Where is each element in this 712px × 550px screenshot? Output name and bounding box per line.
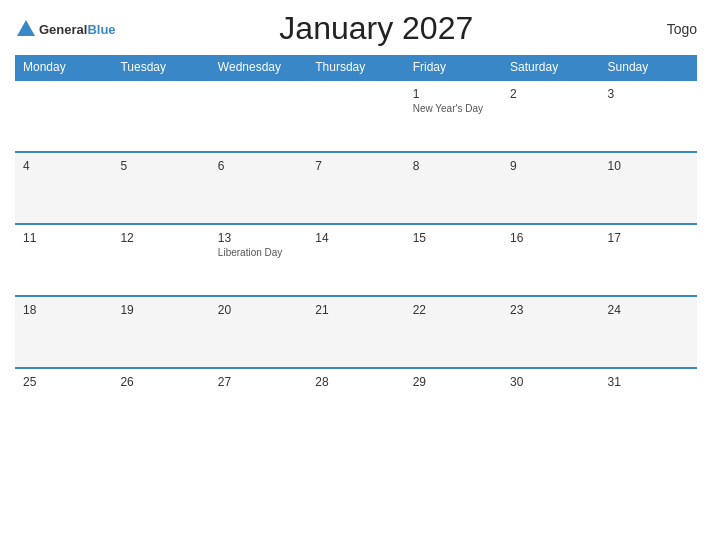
calendar-cell: 28 xyxy=(307,368,404,440)
calendar-cell: 9 xyxy=(502,152,599,224)
calendar-cell: 6 xyxy=(210,152,307,224)
calendar-cell: 4 xyxy=(15,152,112,224)
day-number: 9 xyxy=(510,159,591,173)
day-number: 11 xyxy=(23,231,104,245)
calendar-week-row: 18192021222324 xyxy=(15,296,697,368)
day-number: 16 xyxy=(510,231,591,245)
day-number: 14 xyxy=(315,231,396,245)
calendar-cell: 26 xyxy=(112,368,209,440)
calendar-cell: 29 xyxy=(405,368,502,440)
day-number: 23 xyxy=(510,303,591,317)
calendar-cell: 21 xyxy=(307,296,404,368)
calendar-cell xyxy=(15,80,112,152)
calendar-body: 1New Year's Day2345678910111213Liberatio… xyxy=(15,80,697,440)
weekday-header: Tuesday xyxy=(112,55,209,80)
calendar-cell: 8 xyxy=(405,152,502,224)
calendar-cell: 10 xyxy=(600,152,697,224)
calendar-cell: 7 xyxy=(307,152,404,224)
calendar-cell: 20 xyxy=(210,296,307,368)
calendar-cell: 19 xyxy=(112,296,209,368)
calendar-cell: 24 xyxy=(600,296,697,368)
page-header: GeneralBlue January 2027 Togo xyxy=(15,10,697,47)
weekday-header: Sunday xyxy=(600,55,697,80)
logo-icon xyxy=(15,18,37,40)
day-number: 24 xyxy=(608,303,689,317)
weekday-header: Wednesday xyxy=(210,55,307,80)
day-number: 29 xyxy=(413,375,494,389)
calendar-header: MondayTuesdayWednesdayThursdayFridaySatu… xyxy=(15,55,697,80)
calendar-week-row: 45678910 xyxy=(15,152,697,224)
calendar-week-row: 25262728293031 xyxy=(15,368,697,440)
weekday-header: Thursday xyxy=(307,55,404,80)
calendar-cell: 23 xyxy=(502,296,599,368)
calendar-cell xyxy=(112,80,209,152)
calendar-week-row: 1New Year's Day23 xyxy=(15,80,697,152)
calendar-cell: 13Liberation Day xyxy=(210,224,307,296)
day-number: 26 xyxy=(120,375,201,389)
calendar-page: GeneralBlue January 2027 Togo MondayTues… xyxy=(0,0,712,550)
day-number: 27 xyxy=(218,375,299,389)
country-label: Togo xyxy=(637,21,697,37)
day-number: 19 xyxy=(120,303,201,317)
page-title: January 2027 xyxy=(116,10,637,47)
calendar-cell: 17 xyxy=(600,224,697,296)
day-number: 30 xyxy=(510,375,591,389)
day-number: 20 xyxy=(218,303,299,317)
holiday-label: Liberation Day xyxy=(218,247,299,258)
day-number: 7 xyxy=(315,159,396,173)
calendar-cell: 11 xyxy=(15,224,112,296)
day-number: 17 xyxy=(608,231,689,245)
day-number: 31 xyxy=(608,375,689,389)
calendar-cell: 1New Year's Day xyxy=(405,80,502,152)
logo: GeneralBlue xyxy=(15,18,116,40)
calendar-cell: 5 xyxy=(112,152,209,224)
calendar-cell xyxy=(210,80,307,152)
calendar-cell: 25 xyxy=(15,368,112,440)
weekday-header: Friday xyxy=(405,55,502,80)
calendar-cell: 22 xyxy=(405,296,502,368)
calendar-cell: 15 xyxy=(405,224,502,296)
day-number: 6 xyxy=(218,159,299,173)
day-number: 12 xyxy=(120,231,201,245)
day-number: 28 xyxy=(315,375,396,389)
day-number: 2 xyxy=(510,87,591,101)
calendar-cell: 27 xyxy=(210,368,307,440)
calendar-cell: 3 xyxy=(600,80,697,152)
day-number: 1 xyxy=(413,87,494,101)
day-number: 13 xyxy=(218,231,299,245)
calendar-cell: 2 xyxy=(502,80,599,152)
day-number: 18 xyxy=(23,303,104,317)
logo-general: GeneralBlue xyxy=(39,20,116,38)
holiday-label: New Year's Day xyxy=(413,103,494,114)
svg-marker-0 xyxy=(17,20,35,36)
calendar-week-row: 111213Liberation Day14151617 xyxy=(15,224,697,296)
calendar-table: MondayTuesdayWednesdayThursdayFridaySatu… xyxy=(15,55,697,440)
weekday-header: Monday xyxy=(15,55,112,80)
calendar-cell: 18 xyxy=(15,296,112,368)
day-number: 25 xyxy=(23,375,104,389)
day-number: 8 xyxy=(413,159,494,173)
weekday-header: Saturday xyxy=(502,55,599,80)
day-number: 21 xyxy=(315,303,396,317)
day-number: 15 xyxy=(413,231,494,245)
weekday-row: MondayTuesdayWednesdayThursdayFridaySatu… xyxy=(15,55,697,80)
logo-text: GeneralBlue xyxy=(39,20,116,38)
day-number: 3 xyxy=(608,87,689,101)
calendar-cell: 12 xyxy=(112,224,209,296)
day-number: 22 xyxy=(413,303,494,317)
calendar-cell: 16 xyxy=(502,224,599,296)
day-number: 10 xyxy=(608,159,689,173)
day-number: 4 xyxy=(23,159,104,173)
calendar-cell: 31 xyxy=(600,368,697,440)
day-number: 5 xyxy=(120,159,201,173)
calendar-cell xyxy=(307,80,404,152)
calendar-cell: 14 xyxy=(307,224,404,296)
calendar-cell: 30 xyxy=(502,368,599,440)
